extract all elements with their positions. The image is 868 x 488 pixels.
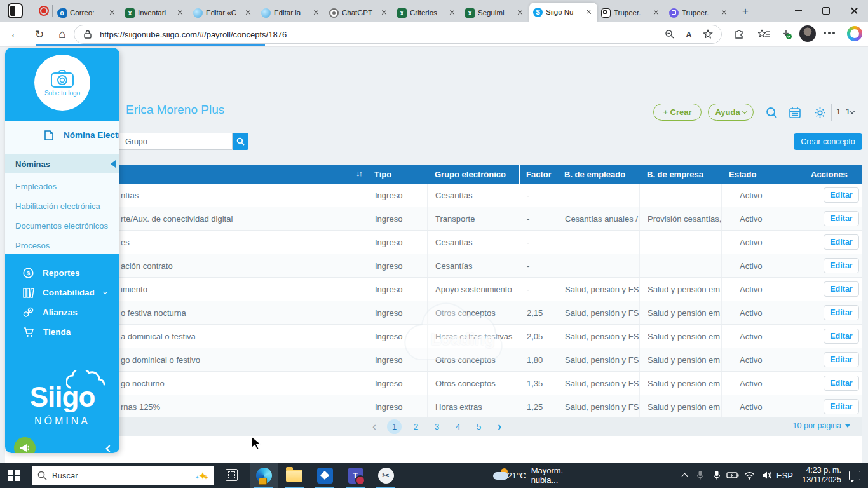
- extensions-icon[interactable]: [732, 27, 747, 42]
- sidebar-item-contabilidad[interactable]: Contabilidad: [5, 283, 119, 302]
- tab-close-icon[interactable]: [380, 8, 389, 17]
- editar-button[interactable]: Editar: [824, 352, 859, 367]
- task-view-icon[interactable]: [226, 469, 238, 481]
- editar-button[interactable]: Editar: [824, 376, 859, 391]
- tab-close-icon[interactable]: [108, 8, 117, 17]
- editar-button[interactable]: Editar: [824, 281, 859, 297]
- wifi-icon[interactable]: [744, 463, 755, 488]
- read-aloud-icon[interactable]: A: [682, 27, 696, 41]
- clock[interactable]: 4:23 p. m.13/11/2025: [802, 463, 841, 488]
- favorite-star-icon[interactable]: [701, 27, 715, 41]
- tab-close-icon[interactable]: [176, 8, 185, 17]
- close-button[interactable]: [840, 0, 868, 22]
- browser-tab-editar1[interactable]: Editar «C: [189, 4, 257, 22]
- start-button[interactable]: [8, 470, 20, 481]
- mic-muted-icon[interactable]: [696, 463, 704, 488]
- upload-logo-button[interactable]: Sube tu logo: [34, 55, 90, 111]
- page-4[interactable]: 4: [451, 419, 465, 434]
- tab-close-icon[interactable]: [448, 8, 457, 17]
- sort-icon[interactable]: ↓↑: [356, 168, 362, 178]
- editar-button[interactable]: Editar: [824, 258, 859, 273]
- browser-tab-seguimiento[interactable]: xSeguimi: [461, 4, 529, 22]
- language-indicator[interactable]: ESP: [776, 463, 793, 488]
- calendar-icon[interactable]: [788, 105, 802, 119]
- col-empresa[interactable]: B. de empresa: [639, 170, 721, 179]
- table-row[interactable]: rte/Aux. de conectividad digitalIngresoT…: [5, 207, 862, 231]
- page-1[interactable]: 1: [387, 419, 402, 434]
- browser-tab-inventario[interactable]: xInventari: [121, 4, 189, 22]
- reload-icon[interactable]: ↻: [32, 27, 47, 42]
- hidden-icons-chevron[interactable]: [682, 463, 687, 488]
- browser-menu-icon[interactable]: [824, 32, 826, 34]
- next-page-icon[interactable]: ›: [498, 420, 501, 433]
- home-icon[interactable]: ⌂: [55, 27, 70, 42]
- back-icon[interactable]: ←: [8, 27, 23, 42]
- notification-center-icon[interactable]: [849, 463, 860, 488]
- editar-button[interactable]: Editar: [824, 211, 859, 226]
- table-row[interactable]: rnas 125%IngresoHoras extras1,25Salud, p…: [5, 395, 862, 419]
- editar-button[interactable]: Editar: [824, 305, 859, 320]
- workspace-icon[interactable]: [8, 3, 23, 18]
- taskbar-app-teams[interactable]: T: [341, 463, 369, 488]
- col-grupo[interactable]: Grupo electrónico: [427, 170, 519, 179]
- sidebar-collapse-icon[interactable]: [105, 445, 112, 452]
- tab-close-icon[interactable]: [244, 8, 253, 17]
- col-empleado[interactable]: B. de empleado: [557, 170, 639, 179]
- search-icon[interactable]: [764, 105, 778, 119]
- browser-tab-trupeer1[interactable]: Trupeer.: [597, 4, 665, 22]
- table-row[interactable]: esIngresoCesantías-ActivoEditar: [5, 231, 862, 254]
- tab-close-icon[interactable]: [312, 8, 321, 17]
- downloads-icon[interactable]: [779, 27, 794, 42]
- maximize-button[interactable]: [812, 0, 840, 22]
- tab-close-icon[interactable]: [516, 8, 525, 17]
- col-factor[interactable]: Factor: [519, 170, 557, 179]
- ayuda-button[interactable]: Ayuda: [708, 104, 754, 121]
- profile-avatar[interactable]: [799, 25, 816, 42]
- taskbar-app-snipping[interactable]: ✂: [372, 463, 400, 488]
- table-row[interactable]: o festiva nocturnaIngresoOtros conceptos…: [5, 301, 862, 325]
- browser-tab-editar2[interactable]: Editar la: [257, 4, 325, 22]
- browser-tab-criterios[interactable]: xCriterios: [393, 4, 461, 22]
- crear-concepto-button[interactable]: Crear concepto: [794, 133, 862, 150]
- sidebar-item-procesos[interactable]: Procesos: [5, 236, 119, 255]
- table-row[interactable]: ación contratoIngresoCesantías-ActivoEdi…: [5, 254, 862, 278]
- sidebar-item-empleados[interactable]: Empleados: [5, 177, 119, 196]
- col-estado[interactable]: Estado: [721, 170, 798, 179]
- volume-icon[interactable]: [762, 463, 773, 488]
- table-row[interactable]: a dominical o festivaIngresoHoras extras…: [5, 325, 862, 348]
- tab-close-icon[interactable]: [720, 8, 729, 17]
- browser-tab-siigo-active[interactable]: SSiigo Nu: [529, 3, 597, 22]
- per-page-select[interactable]: 10 por página: [793, 421, 850, 430]
- sidebar-item-tienda[interactable]: Tienda: [5, 322, 119, 342]
- table-row[interactable]: go dominical o festivoIngresoOtros conce…: [5, 348, 862, 372]
- gear-icon[interactable]: [813, 105, 827, 119]
- filter-search-button[interactable]: [233, 133, 248, 150]
- taskbar-search[interactable]: Buscar ✦✦✦: [32, 466, 214, 485]
- sidebar-item-documentos[interactable]: Documentos electrónicos: [5, 216, 119, 235]
- sidebar-item-nominas[interactable]: Nóminas: [5, 154, 119, 173]
- table-row[interactable]: imientoIngresoApoyo sostenimiento-Salud,…: [5, 278, 862, 301]
- favorites-bar-icon[interactable]: [756, 27, 771, 42]
- col-tipo[interactable]: Tipo: [367, 170, 427, 179]
- page-3[interactable]: 3: [430, 419, 444, 434]
- address-bar[interactable]: https://siigonube.siigo.com/#/payroll/co…: [74, 25, 722, 44]
- browser-tab-chatgpt[interactable]: ChatGPT: [325, 4, 393, 22]
- announcements-button[interactable]: [14, 437, 36, 453]
- taskbar-app-blue[interactable]: [311, 463, 339, 488]
- new-tab-button[interactable]: +: [737, 3, 754, 20]
- mic-icon[interactable]: [713, 463, 721, 488]
- page-2[interactable]: 2: [409, 419, 423, 434]
- weather-widget[interactable]: 21°C Mayorm. nubla...: [493, 463, 569, 488]
- taskbar-app-edge[interactable]: [250, 463, 278, 488]
- table-row[interactable]: go nocturnoIngresoOtros conceptos1,35Sal…: [5, 372, 862, 395]
- editar-button[interactable]: Editar: [824, 399, 859, 414]
- tab-close-icon[interactable]: [585, 8, 593, 17]
- table-row[interactable]: ntíasIngresoCesantías-ActivoEditar: [5, 184, 862, 207]
- sidebar-item-reportes[interactable]: $ Reportes: [5, 263, 119, 283]
- editar-button[interactable]: Editar: [824, 187, 859, 203]
- section-nomina-electronica[interactable]: Nómina Electrónica: [5, 130, 119, 140]
- sidebar-item-alianzas[interactable]: Alianzas: [5, 302, 119, 322]
- browser-tab-correo[interactable]: oCorreo:: [53, 4, 121, 22]
- tab-close-icon[interactable]: [652, 8, 661, 17]
- prev-page-icon[interactable]: ‹: [372, 420, 376, 433]
